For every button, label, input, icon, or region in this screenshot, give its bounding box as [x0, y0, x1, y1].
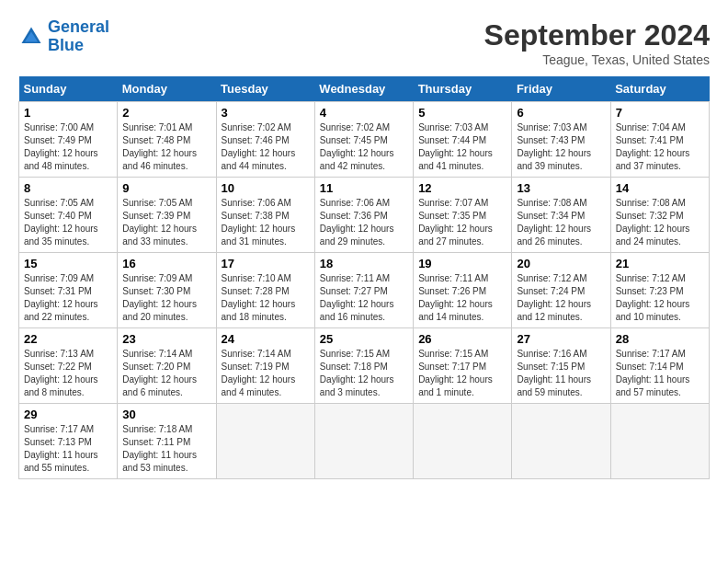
day-info: Sunrise: 7:14 AM Sunset: 7:19 PM Dayligh…: [222, 348, 310, 399]
logo-text-line1: General: [48, 18, 109, 37]
day-number: 29: [24, 408, 112, 421]
day-info: Sunrise: 7:17 AM Sunset: 7:13 PM Dayligh…: [24, 423, 112, 475]
day-info: Sunrise: 7:09 AM Sunset: 7:31 PM Dayligh…: [24, 272, 112, 324]
day-number: 7: [616, 106, 704, 120]
day-number: 13: [517, 181, 605, 195]
calendar-header-row: SundayMondayTuesdayWednesdayThursdayFrid…: [19, 76, 710, 102]
day-number: 23: [122, 332, 210, 346]
day-info: Sunrise: 7:16 AM Sunset: 7:15 PM Dayligh…: [517, 348, 605, 399]
day-number: 30: [122, 408, 210, 421]
day-info: Sunrise: 7:03 AM Sunset: 7:43 PM Dayligh…: [517, 121, 605, 173]
day-number: 11: [320, 181, 408, 195]
calendar-cell: 16Sunrise: 7:09 AM Sunset: 7:30 PM Dayli…: [118, 253, 216, 328]
day-info: Sunrise: 7:06 AM Sunset: 7:38 PM Dayligh…: [222, 197, 310, 248]
calendar-cell: 9Sunrise: 7:05 AM Sunset: 7:39 PM Daylig…: [118, 178, 216, 253]
calendar-cell: 28Sunrise: 7:17 AM Sunset: 7:14 PM Dayli…: [610, 328, 709, 404]
calendar-cell: [414, 404, 512, 479]
calendar-cell: 18Sunrise: 7:11 AM Sunset: 7:27 PM Dayli…: [314, 253, 413, 328]
day-info: Sunrise: 7:14 AM Sunset: 7:20 PM Dayligh…: [122, 348, 210, 399]
day-number: 3: [222, 106, 310, 120]
calendar-cell: 2Sunrise: 7:01 AM Sunset: 7:48 PM Daylig…: [118, 102, 216, 178]
calendar-cell: 6Sunrise: 7:03 AM Sunset: 7:43 PM Daylig…: [512, 102, 610, 178]
header-monday: Monday: [118, 76, 216, 102]
calendar-cell: 1Sunrise: 7:00 AM Sunset: 7:49 PM Daylig…: [19, 102, 118, 178]
calendar-cell: 11Sunrise: 7:06 AM Sunset: 7:36 PM Dayli…: [314, 178, 413, 253]
calendar-cell: 29Sunrise: 7:17 AM Sunset: 7:13 PM Dayli…: [19, 404, 118, 479]
header-thursday: Thursday: [414, 76, 512, 102]
calendar-cell: 23Sunrise: 7:14 AM Sunset: 7:20 PM Dayli…: [118, 328, 216, 404]
calendar-cell: 15Sunrise: 7:09 AM Sunset: 7:31 PM Dayli…: [19, 253, 118, 328]
calendar-cell: 27Sunrise: 7:16 AM Sunset: 7:15 PM Dayli…: [512, 328, 610, 404]
day-info: Sunrise: 7:09 AM Sunset: 7:30 PM Dayligh…: [122, 272, 210, 324]
day-info: Sunrise: 7:08 AM Sunset: 7:32 PM Dayligh…: [616, 197, 704, 248]
header-wednesday: Wednesday: [314, 76, 413, 102]
day-info: Sunrise: 7:13 AM Sunset: 7:22 PM Dayligh…: [24, 348, 112, 399]
day-info: Sunrise: 7:03 AM Sunset: 7:44 PM Dayligh…: [418, 121, 506, 173]
calendar-cell: 10Sunrise: 7:06 AM Sunset: 7:38 PM Dayli…: [216, 178, 314, 253]
day-number: 9: [122, 181, 210, 195]
calendar-cell: 3Sunrise: 7:02 AM Sunset: 7:46 PM Daylig…: [216, 102, 314, 178]
day-number: 22: [24, 332, 112, 346]
calendar-week-row: 15Sunrise: 7:09 AM Sunset: 7:31 PM Dayli…: [19, 253, 710, 328]
day-info: Sunrise: 7:00 AM Sunset: 7:49 PM Dayligh…: [24, 121, 112, 173]
day-info: Sunrise: 7:12 AM Sunset: 7:23 PM Dayligh…: [616, 272, 704, 324]
day-number: 26: [418, 332, 506, 346]
day-info: Sunrise: 7:11 AM Sunset: 7:26 PM Dayligh…: [418, 272, 506, 324]
day-info: Sunrise: 7:08 AM Sunset: 7:34 PM Dayligh…: [517, 197, 605, 248]
calendar-week-row: 1Sunrise: 7:00 AM Sunset: 7:49 PM Daylig…: [19, 102, 710, 178]
day-info: Sunrise: 7:01 AM Sunset: 7:48 PM Dayligh…: [122, 121, 210, 173]
header-friday: Friday: [512, 76, 610, 102]
calendar-week-row: 29Sunrise: 7:17 AM Sunset: 7:13 PM Dayli…: [19, 404, 710, 479]
day-info: Sunrise: 7:02 AM Sunset: 7:45 PM Dayligh…: [320, 121, 408, 173]
day-number: 14: [616, 181, 704, 195]
day-info: Sunrise: 7:06 AM Sunset: 7:36 PM Dayligh…: [320, 197, 408, 248]
calendar-cell: [216, 404, 314, 479]
day-info: Sunrise: 7:10 AM Sunset: 7:28 PM Dayligh…: [222, 272, 310, 324]
day-number: 18: [320, 257, 408, 270]
logo: General Blue: [18, 18, 109, 55]
day-info: Sunrise: 7:02 AM Sunset: 7:46 PM Dayligh…: [222, 121, 310, 173]
header-sunday: Sunday: [19, 76, 118, 102]
header-saturday: Saturday: [610, 76, 709, 102]
day-info: Sunrise: 7:07 AM Sunset: 7:35 PM Dayligh…: [418, 197, 506, 248]
day-number: 8: [24, 181, 112, 195]
day-number: 21: [616, 257, 704, 270]
calendar-cell: 13Sunrise: 7:08 AM Sunset: 7:34 PM Dayli…: [512, 178, 610, 253]
day-info: Sunrise: 7:11 AM Sunset: 7:27 PM Dayligh…: [320, 272, 408, 324]
calendar-cell: 24Sunrise: 7:14 AM Sunset: 7:19 PM Dayli…: [216, 328, 314, 404]
day-number: 17: [222, 257, 310, 270]
day-number: 20: [517, 257, 605, 270]
calendar-cell: 26Sunrise: 7:15 AM Sunset: 7:17 PM Dayli…: [414, 328, 512, 404]
title-block: September 2024 Teague, Texas, United Sta…: [484, 18, 710, 67]
calendar-cell: 25Sunrise: 7:15 AM Sunset: 7:18 PM Dayli…: [314, 328, 413, 404]
day-number: 4: [320, 106, 408, 120]
day-number: 27: [517, 332, 605, 346]
day-number: 28: [616, 332, 704, 346]
calendar-week-row: 22Sunrise: 7:13 AM Sunset: 7:22 PM Dayli…: [19, 328, 710, 404]
page-header: General Blue September 2024 Teague, Texa…: [18, 18, 710, 67]
day-number: 5: [418, 106, 506, 120]
logo-icon: [18, 24, 44, 50]
calendar-cell: 4Sunrise: 7:02 AM Sunset: 7:45 PM Daylig…: [314, 102, 413, 178]
day-info: Sunrise: 7:12 AM Sunset: 7:24 PM Dayligh…: [517, 272, 605, 324]
calendar-cell: 5Sunrise: 7:03 AM Sunset: 7:44 PM Daylig…: [414, 102, 512, 178]
calendar-week-row: 8Sunrise: 7:05 AM Sunset: 7:40 PM Daylig…: [19, 178, 710, 253]
calendar-cell: 30Sunrise: 7:18 AM Sunset: 7:11 PM Dayli…: [118, 404, 216, 479]
calendar-cell: [610, 404, 709, 479]
day-info: Sunrise: 7:04 AM Sunset: 7:41 PM Dayligh…: [616, 121, 704, 173]
day-number: 12: [418, 181, 506, 195]
calendar-cell: 22Sunrise: 7:13 AM Sunset: 7:22 PM Dayli…: [19, 328, 118, 404]
calendar-table: SundayMondayTuesdayWednesdayThursdayFrid…: [18, 76, 710, 479]
calendar-cell: 19Sunrise: 7:11 AM Sunset: 7:26 PM Dayli…: [414, 253, 512, 328]
calendar-cell: 20Sunrise: 7:12 AM Sunset: 7:24 PM Dayli…: [512, 253, 610, 328]
day-info: Sunrise: 7:05 AM Sunset: 7:39 PM Dayligh…: [122, 197, 210, 248]
calendar-cell: 17Sunrise: 7:10 AM Sunset: 7:28 PM Dayli…: [216, 253, 314, 328]
calendar-cell: 12Sunrise: 7:07 AM Sunset: 7:35 PM Dayli…: [414, 178, 512, 253]
month-title: September 2024: [484, 18, 710, 52]
day-info: Sunrise: 7:15 AM Sunset: 7:17 PM Dayligh…: [418, 348, 506, 399]
calendar-cell: 14Sunrise: 7:08 AM Sunset: 7:32 PM Dayli…: [610, 178, 709, 253]
day-info: Sunrise: 7:18 AM Sunset: 7:11 PM Dayligh…: [122, 423, 210, 475]
day-number: 10: [222, 181, 310, 195]
day-number: 16: [122, 257, 210, 270]
calendar-cell: 21Sunrise: 7:12 AM Sunset: 7:23 PM Dayli…: [610, 253, 709, 328]
